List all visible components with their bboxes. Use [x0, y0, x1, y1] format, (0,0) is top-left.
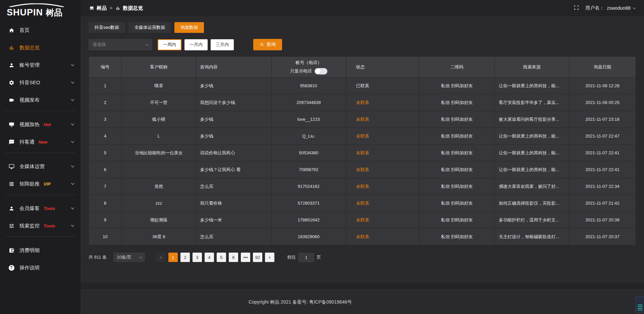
- cell-qrcode-link[interactable]: 私信 扫码加好友: [419, 128, 495, 145]
- sidebar-item-label: 操作说明: [19, 265, 40, 271]
- cell-no: 3: [89, 111, 122, 128]
- cell-source-link[interactable]: 无主灯设计，智能磁吸轨道灯...: [495, 228, 569, 245]
- floating-widget[interactable]: [635, 297, 644, 312]
- table-row: 1 哦章 多少钱 9583810 已联系 私信 扫码加好友 让你一眼就爱上的黑科…: [89, 77, 636, 94]
- sidebar-item-label: 视频发布: [19, 97, 40, 103]
- cell-qrcode-link[interactable]: 私信 扫码加好友: [419, 228, 495, 245]
- cell-source-link[interactable]: 让你一眼就爱上的黑科技，能...: [495, 145, 569, 161]
- widget-bar: [638, 310, 642, 310]
- sidebar-divider: [5, 111, 76, 111]
- gear-icon: [8, 79, 15, 86]
- cell-source-link[interactable]: 让你一眼就爱上的黑科技，能...: [495, 128, 569, 145]
- chevron-down-icon: [71, 181, 74, 185]
- phone-only-toggle[interactable]: [315, 68, 327, 74]
- copyright-text: Copyright 树品 2021 备案号: 粤ICP备09019646号: [249, 299, 352, 305]
- chevron-down-icon: [71, 63, 74, 66]
- cell-content: 多少钱？让我死心 看: [196, 161, 271, 178]
- sidebar-item-doketong[interactable]: 抖客通 New: [0, 135, 80, 149]
- cell-qrcode-link[interactable]: 私信 扫码加好友: [419, 178, 495, 195]
- bar-chart-icon: [115, 6, 120, 11]
- page-button-5[interactable]: 5: [217, 253, 226, 262]
- page-button-6[interactable]: 6: [229, 253, 238, 262]
- cell-qrcode-link[interactable]: 私信 扫码加好友: [419, 161, 495, 178]
- vip-badge: VIP: [44, 181, 51, 187]
- cell-source-link[interactable]: 让你一眼就爱上的黑科技，能...: [495, 77, 569, 94]
- cell-content: 说说价格让我死心: [196, 145, 271, 161]
- page-button-2[interactable]: 2: [180, 253, 190, 262]
- sidebar-item-member-burst[interactable]: 会员爆客 Tools: [0, 202, 80, 215]
- cell-no: 7: [89, 178, 122, 195]
- cell-date: 2021-11-07 22:41: [569, 161, 636, 178]
- cell-no: 9: [89, 212, 122, 228]
- cell-source-link[interactable]: 被大家追着问的客厅投影分享...: [495, 111, 569, 128]
- cell-source-link[interactable]: 感谢大家喜欢我家，被问了好...: [495, 178, 569, 195]
- breadcrumb-root[interactable]: 树品: [97, 5, 107, 11]
- page-button-92[interactable]: 92: [253, 253, 262, 262]
- cell-source-link[interactable]: 如何正确选择投影仪，买投影...: [495, 195, 569, 212]
- cell-account: 178651642: [271, 212, 346, 228]
- page-ellipsis-button[interactable]: •••: [241, 253, 250, 262]
- range-quarter-button[interactable]: 三月内: [211, 39, 234, 50]
- sidebar-item-label: 数据总览: [19, 45, 40, 51]
- cell-qrcode-link[interactable]: 私信 扫码加好友: [419, 195, 495, 212]
- cell-nickname: 不可一世: [121, 94, 196, 111]
- filter-select-placeholder: 请选择: [93, 42, 106, 48]
- page-button-1[interactable]: 1: [168, 253, 178, 262]
- filter-select[interactable]: 请选择: [89, 39, 152, 50]
- cell-account: Q_Liu.: [271, 128, 346, 145]
- tab-inquiry-data[interactable]: 询盘数据: [174, 22, 204, 33]
- cell-qrcode-link[interactable]: 私信 扫码加好友: [419, 145, 495, 161]
- sidebar-item-spend-detail[interactable]: 消费明细: [0, 244, 80, 257]
- tab-douyin-seo-data[interactable]: 抖音seo数据: [89, 22, 125, 33]
- per-page-select[interactable]: 10条/页: [113, 253, 145, 262]
- sidebar-item-account-mgmt[interactable]: 账号管理: [0, 58, 80, 72]
- range-month-button[interactable]: 一月内: [184, 39, 208, 50]
- sidebar-item-douyin-seo[interactable]: 抖音SEO: [0, 76, 80, 89]
- cell-status: 未联系: [346, 212, 419, 228]
- sidebar-item-data-overview[interactable]: 数据总览: [0, 41, 80, 54]
- user-dropdown[interactable]: 用户名：zswodun88: [585, 5, 635, 11]
- cell-source-link[interactable]: 多功能护栏灯，适用于乡村文...: [495, 212, 569, 228]
- sidebar-item-help[interactable]: 操作说明: [0, 261, 80, 274]
- cell-source-link[interactable]: 让你一眼就爱上的黑科技，能...: [495, 161, 569, 178]
- cell-qrcode-link[interactable]: 私信 扫码加好友: [419, 111, 495, 128]
- chevron-down-icon: [71, 80, 74, 84]
- page-button-4[interactable]: 4: [205, 253, 214, 262]
- sidebar-item-lead-monitor[interactable]: 线索监控 Tools: [0, 219, 80, 232]
- table-row: 7 觉然 怎么买 917024162 未联系 私信 扫码加好友 感谢大家喜欢我家…: [89, 178, 636, 195]
- sidebar-item-video-publish[interactable]: 视频发布: [0, 93, 80, 107]
- sidebar-item-label: 抖音SEO: [19, 80, 40, 86]
- next-page-button[interactable]: ›: [265, 253, 274, 262]
- cell-status: 已联系: [346, 77, 419, 94]
- chevron-left-icon: ‹: [160, 254, 162, 261]
- sidebar: SHUPIN 树品 首页 数据总览 账号管理 抖音SEO: [0, 0, 80, 314]
- sidebar-item-matrix-boost[interactable]: 矩阵助推 VIP: [0, 177, 80, 191]
- sidebar-item-label: 消费明细: [19, 247, 40, 254]
- cell-date: 2021-11-07 22:34: [569, 178, 636, 195]
- tv-icon: [8, 121, 15, 128]
- cell-source-link[interactable]: 客厅安装投影半年多了，真实...: [495, 94, 569, 111]
- range-week-button[interactable]: 一周内: [158, 39, 181, 50]
- video-icon: [8, 97, 15, 103]
- sidebar-divider: [5, 195, 76, 195]
- sidebar-item-omni-media[interactable]: 全媒体运营: [0, 160, 80, 173]
- sidebar-nav: 首页 数据总览 账号管理 抖音SEO 视频发布: [0, 23, 80, 278]
- search-button[interactable]: 查询: [253, 39, 282, 50]
- prev-page-button[interactable]: ‹: [156, 253, 166, 262]
- cell-nickname: [121, 161, 196, 178]
- cell-no: 2: [89, 94, 122, 111]
- fullscreen-icon[interactable]: [574, 5, 579, 11]
- cell-qrcode-link[interactable]: 私信 扫码加好友: [419, 94, 495, 111]
- logo: SHUPIN 树品: [0, 3, 80, 23]
- sidebar-item-label: 矩阵助推: [19, 181, 40, 187]
- page-button-3[interactable]: 3: [193, 253, 202, 262]
- total-count: 共 911 条: [89, 254, 107, 260]
- cell-qrcode-link[interactable]: 私信 扫码加好友: [419, 77, 495, 94]
- tab-omni-media-data[interactable]: 全媒体运营数据: [128, 22, 171, 33]
- sidebar-item-video-heat[interactable]: 视频加热 Hot: [0, 118, 80, 131]
- goto-page-input[interactable]: [299, 253, 314, 262]
- cell-qrcode-link[interactable]: 私信 扫码加好友: [419, 212, 495, 228]
- account-header-label: 帐号（电话）: [296, 60, 322, 66]
- cell-status: 未联系: [346, 228, 419, 245]
- sidebar-item-home[interactable]: 首页: [0, 23, 80, 37]
